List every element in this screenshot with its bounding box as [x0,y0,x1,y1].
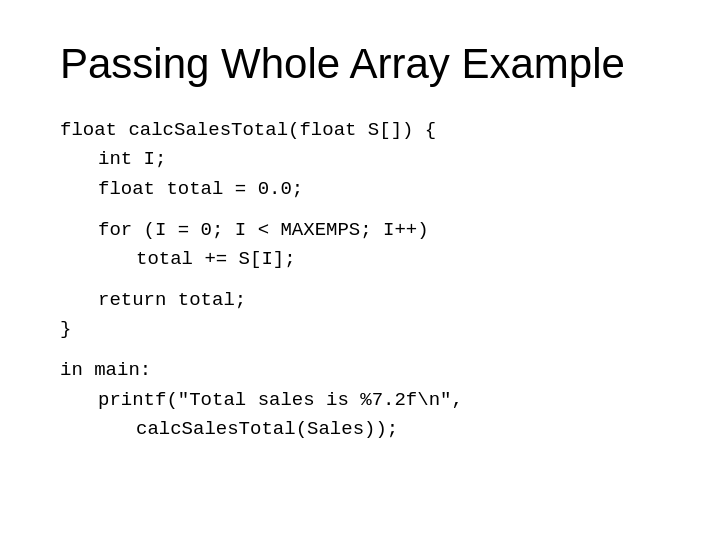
code-line-3: float total = 0.0; [60,175,660,204]
spacer-2 [60,275,660,286]
spacer-1 [60,204,660,215]
code-line-7: } [60,315,660,344]
code-block: float calcSalesTotal(float S[]) { int I;… [60,116,660,445]
slide-title: Passing Whole Array Example [60,40,660,88]
code-line-10: calcSalesTotal(Sales)); [60,415,660,444]
spacer-3 [60,345,660,356]
code-line-2: int I; [60,145,660,174]
code-line-5: total += S[I]; [60,245,660,274]
slide-container: Passing Whole Array Example float calcSa… [0,0,720,540]
code-line-6: return total; [60,286,660,315]
code-line-4: for (I = 0; I < MAXEMPS; I++) [60,216,660,245]
code-line-9: printf("Total sales is %7.2f\n", [60,386,660,415]
code-line-1: float calcSalesTotal(float S[]) { [60,116,660,145]
code-line-8: in main: [60,356,660,385]
